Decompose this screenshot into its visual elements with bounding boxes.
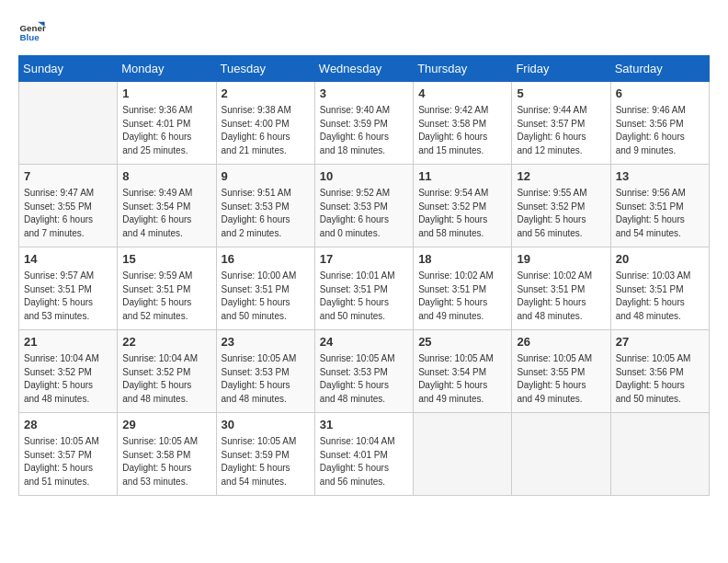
day-number: 7 — [24, 168, 112, 185]
calendar-cell — [19, 82, 118, 165]
day-number: 10 — [320, 168, 408, 185]
calendar-cell: 10Sunrise: 9:52 AM Sunset: 3:53 PM Dayli… — [314, 165, 413, 247]
calendar-cell: 29Sunrise: 10:05 AM Sunset: 3:58 PM Dayl… — [118, 413, 216, 496]
day-number: 28 — [24, 417, 112, 433]
calendar-cell: 1Sunrise: 9:36 AM Sunset: 4:01 PM Daylig… — [118, 82, 216, 165]
day-number: 20 — [616, 251, 704, 268]
calendar-cell: 16Sunrise: 10:00 AM Sunset: 3:51 PM Dayl… — [216, 247, 314, 330]
calendar-week-1: 1Sunrise: 9:36 AM Sunset: 4:01 PM Daylig… — [19, 82, 710, 165]
calendar-week-2: 7Sunrise: 9:47 AM Sunset: 3:55 PM Daylig… — [19, 165, 710, 247]
calendar-cell: 25Sunrise: 10:05 AM Sunset: 3:54 PM Dayl… — [414, 330, 512, 413]
day-header-monday: Monday — [118, 56, 216, 82]
day-content: Sunrise: 9:51 AM Sunset: 3:53 PM Dayligh… — [222, 187, 310, 240]
calendar-cell: 28Sunrise: 10:05 AM Sunset: 3:57 PM Dayl… — [19, 413, 118, 496]
day-content: Sunrise: 9:59 AM Sunset: 3:51 PM Dayligh… — [122, 270, 210, 323]
day-number: 21 — [24, 334, 112, 350]
calendar-cell: 9Sunrise: 9:51 AM Sunset: 3:53 PM Daylig… — [216, 165, 314, 247]
day-content: Sunrise: 10:05 AM Sunset: 3:58 PM Daylig… — [122, 435, 210, 488]
calendar-cell: 23Sunrise: 10:05 AM Sunset: 3:53 PM Dayl… — [216, 330, 314, 413]
day-header-saturday: Saturday — [610, 56, 709, 82]
day-content: Sunrise: 9:57 AM Sunset: 3:51 PM Dayligh… — [24, 270, 112, 323]
day-header-thursday: Thursday — [414, 56, 512, 82]
day-content: Sunrise: 9:36 AM Sunset: 4:01 PM Dayligh… — [122, 104, 210, 157]
day-content: Sunrise: 10:00 AM Sunset: 3:51 PM Daylig… — [222, 270, 310, 323]
day-content: Sunrise: 10:05 AM Sunset: 3:57 PM Daylig… — [24, 435, 112, 488]
day-number: 27 — [616, 334, 704, 350]
calendar-cell: 14Sunrise: 9:57 AM Sunset: 3:51 PM Dayli… — [19, 247, 118, 330]
calendar-cell: 4Sunrise: 9:42 AM Sunset: 3:58 PM Daylig… — [414, 82, 512, 165]
calendar-cell: 21Sunrise: 10:04 AM Sunset: 3:52 PM Dayl… — [19, 330, 118, 413]
calendar-cell: 3Sunrise: 9:40 AM Sunset: 3:59 PM Daylig… — [314, 82, 413, 165]
day-number: 26 — [517, 334, 605, 350]
calendar-cell — [610, 413, 709, 496]
day-number: 2 — [222, 86, 310, 102]
calendar-cell: 30Sunrise: 10:05 AM Sunset: 3:59 PM Dayl… — [216, 413, 314, 496]
day-number: 5 — [517, 86, 605, 102]
day-number: 1 — [122, 86, 210, 102]
day-content: Sunrise: 10:05 AM Sunset: 3:53 PM Daylig… — [320, 352, 408, 406]
day-header-wednesday: Wednesday — [314, 56, 413, 82]
calendar-cell: 24Sunrise: 10:05 AM Sunset: 3:53 PM Dayl… — [314, 330, 413, 413]
day-header-sunday: Sunday — [19, 56, 118, 82]
day-number: 6 — [616, 86, 704, 102]
day-content: Sunrise: 10:05 AM Sunset: 3:59 PM Daylig… — [222, 435, 310, 488]
day-content: Sunrise: 9:44 AM Sunset: 3:57 PM Dayligh… — [517, 104, 605, 157]
logo: General Blue — [18, 18, 46, 46]
day-number: 9 — [222, 168, 310, 185]
day-number: 19 — [517, 251, 605, 268]
calendar-week-3: 14Sunrise: 9:57 AM Sunset: 3:51 PM Dayli… — [19, 247, 710, 330]
day-content: Sunrise: 10:02 AM Sunset: 3:51 PM Daylig… — [517, 270, 605, 323]
calendar-cell: 17Sunrise: 10:01 AM Sunset: 3:51 PM Dayl… — [314, 247, 413, 330]
day-content: Sunrise: 9:55 AM Sunset: 3:52 PM Dayligh… — [517, 187, 605, 240]
calendar-cell: 5Sunrise: 9:44 AM Sunset: 3:57 PM Daylig… — [512, 82, 610, 165]
calendar-cell: 11Sunrise: 9:54 AM Sunset: 3:52 PM Dayli… — [414, 165, 512, 247]
day-content: Sunrise: 9:42 AM Sunset: 3:58 PM Dayligh… — [418, 104, 506, 157]
day-number: 30 — [222, 417, 310, 433]
day-content: Sunrise: 10:04 AM Sunset: 4:01 PM Daylig… — [320, 435, 408, 488]
calendar-week-4: 21Sunrise: 10:04 AM Sunset: 3:52 PM Dayl… — [19, 330, 710, 413]
calendar-header-row: SundayMondayTuesdayWednesdayThursdayFrid… — [19, 56, 710, 82]
calendar-cell: 15Sunrise: 9:59 AM Sunset: 3:51 PM Dayli… — [118, 247, 216, 330]
day-content: Sunrise: 9:56 AM Sunset: 3:51 PM Dayligh… — [616, 187, 704, 240]
day-content: Sunrise: 9:49 AM Sunset: 3:54 PM Dayligh… — [122, 187, 210, 240]
day-number: 3 — [320, 86, 408, 102]
day-header-friday: Friday — [512, 56, 610, 82]
day-number: 25 — [418, 334, 506, 350]
calendar-week-5: 28Sunrise: 10:05 AM Sunset: 3:57 PM Dayl… — [19, 413, 710, 496]
calendar-cell: 13Sunrise: 9:56 AM Sunset: 3:51 PM Dayli… — [610, 165, 709, 247]
calendar-cell: 12Sunrise: 9:55 AM Sunset: 3:52 PM Dayli… — [512, 165, 610, 247]
page-header: General Blue — [18, 18, 710, 46]
day-number: 22 — [122, 334, 210, 350]
calendar-cell — [414, 413, 512, 496]
calendar-cell — [512, 413, 610, 496]
svg-text:Blue: Blue — [20, 32, 40, 42]
day-content: Sunrise: 10:05 AM Sunset: 3:54 PM Daylig… — [418, 352, 506, 406]
calendar-cell: 2Sunrise: 9:38 AM Sunset: 4:00 PM Daylig… — [216, 82, 314, 165]
day-content: Sunrise: 10:04 AM Sunset: 3:52 PM Daylig… — [24, 352, 112, 406]
day-content: Sunrise: 9:40 AM Sunset: 3:59 PM Dayligh… — [320, 104, 408, 157]
calendar-cell: 27Sunrise: 10:05 AM Sunset: 3:56 PM Dayl… — [610, 330, 709, 413]
calendar-cell: 19Sunrise: 10:02 AM Sunset: 3:51 PM Dayl… — [512, 247, 610, 330]
day-number: 4 — [418, 86, 506, 102]
calendar-cell: 22Sunrise: 10:04 AM Sunset: 3:52 PM Dayl… — [118, 330, 216, 413]
day-number: 23 — [222, 334, 310, 350]
calendar-cell: 18Sunrise: 10:02 AM Sunset: 3:51 PM Dayl… — [414, 247, 512, 330]
day-content: Sunrise: 10:01 AM Sunset: 3:51 PM Daylig… — [320, 270, 408, 323]
calendar-cell: 31Sunrise: 10:04 AM Sunset: 4:01 PM Dayl… — [314, 413, 413, 496]
calendar-cell: 26Sunrise: 10:05 AM Sunset: 3:55 PM Dayl… — [512, 330, 610, 413]
day-content: Sunrise: 9:47 AM Sunset: 3:55 PM Dayligh… — [24, 187, 112, 240]
day-number: 24 — [320, 334, 408, 350]
day-number: 31 — [320, 417, 408, 433]
calendar-cell: 20Sunrise: 10:03 AM Sunset: 3:51 PM Dayl… — [610, 247, 709, 330]
calendar-cell: 8Sunrise: 9:49 AM Sunset: 3:54 PM Daylig… — [118, 165, 216, 247]
day-header-tuesday: Tuesday — [216, 56, 314, 82]
day-content: Sunrise: 9:54 AM Sunset: 3:52 PM Dayligh… — [418, 187, 506, 240]
day-content: Sunrise: 9:38 AM Sunset: 4:00 PM Dayligh… — [222, 104, 310, 157]
day-content: Sunrise: 10:02 AM Sunset: 3:51 PM Daylig… — [418, 270, 506, 323]
day-number: 18 — [418, 251, 506, 268]
day-content: Sunrise: 9:46 AM Sunset: 3:56 PM Dayligh… — [616, 104, 704, 157]
day-number: 12 — [517, 168, 605, 185]
day-number: 16 — [222, 251, 310, 268]
day-number: 11 — [418, 168, 506, 185]
calendar-cell: 7Sunrise: 9:47 AM Sunset: 3:55 PM Daylig… — [19, 165, 118, 247]
